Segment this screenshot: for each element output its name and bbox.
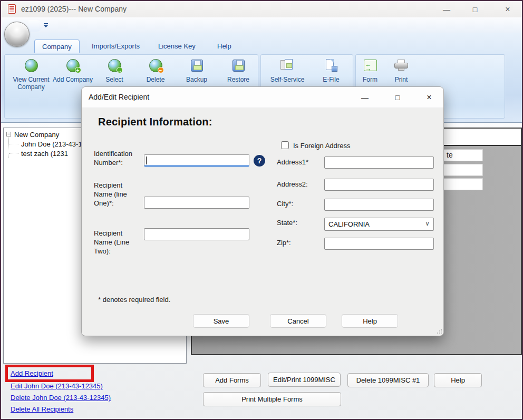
window-minimize-button[interactable]: — (438, 3, 456, 16)
dialog-close-button[interactable]: × (421, 91, 437, 104)
city-label: City*: (277, 199, 293, 208)
dialog-minimize-button[interactable]: — (357, 91, 373, 104)
help-dialog-button[interactable]: Help (342, 314, 398, 328)
floppy-disk-icon (233, 60, 245, 72)
delete-all-recipients-link[interactable]: Delete All Recipients (11, 405, 73, 413)
globe-icon (25, 59, 38, 72)
quick-access-toolbar (1, 17, 522, 33)
recipient-name-one-input[interactable] (144, 197, 249, 209)
print-multiple-forms-button[interactable]: Print Multiple Forms (203, 392, 341, 406)
tree-item-company[interactable]: New Company (14, 131, 59, 139)
tab-help[interactable]: Help (210, 40, 239, 53)
tab-company[interactable]: Company (34, 40, 80, 53)
identification-number-label: Identification Number*: (94, 149, 142, 167)
document-stack-icon (280, 59, 294, 72)
is-foreign-address-checkbox[interactable] (281, 141, 289, 149)
state-select[interactable]: CALIFORNIA ∨ (324, 218, 434, 231)
globe-select-icon: → (108, 59, 121, 72)
delete-1099misc-button[interactable]: Delete 1099MISC #1 (347, 373, 429, 387)
dialog-maximize-button[interactable]: □ (390, 91, 405, 104)
dialog-title: Add/Edit Recipient (89, 93, 149, 101)
title-bar: ez1099 (2025)--- New Company — □ × (1, 1, 522, 17)
delete-recipient-link[interactable]: Delete John Doe (213-43-12345) (11, 394, 111, 402)
recipient-information-heading: Recipient Information: (98, 116, 212, 128)
form-table-arrows-icon: ←→ (364, 60, 377, 71)
help-icon[interactable]: ? (254, 155, 265, 167)
tab-license-key[interactable]: License Key (151, 40, 203, 53)
city-input[interactable] (324, 199, 434, 211)
ribbon-button-backup[interactable]: Backup (176, 57, 217, 83)
globe-add-icon: + (66, 59, 80, 72)
dialog-title-bar: Add/Edit Recipient — □ × (82, 87, 443, 108)
recipient-name-two-input[interactable] (144, 228, 249, 240)
tab-imports-exports[interactable]: Imports/Exports (84, 40, 147, 53)
state-label: State*: (277, 218, 297, 227)
tree-collapse-toggle[interactable]: − (6, 132, 11, 136)
quick-access-tab-shape (28, 20, 42, 32)
edit-recipient-link[interactable]: Edit John Doe (213-43-12345) (11, 382, 103, 390)
ribbon-button-e-file[interactable]: E-File (311, 57, 352, 83)
ribbon-button-restore[interactable]: Restore (218, 57, 259, 83)
app-logo-icon (8, 4, 16, 14)
globe-delete-icon: − (149, 59, 162, 72)
ribbon-button-view-current-company[interactable]: View Current Company (11, 57, 52, 91)
ribbon-button-print[interactable]: Print (381, 57, 422, 83)
chevron-down-icon: ∨ (425, 220, 430, 227)
state-select-value: CALIFORNIA (328, 220, 370, 228)
tree-connector (9, 153, 18, 154)
floppy-disk-icon (191, 60, 203, 72)
recipient-name-one-label: Recipient Name (line One)*: (94, 181, 139, 208)
is-foreign-address-label: Is Foreign Address (293, 141, 350, 150)
window-maximize-button[interactable]: □ (466, 3, 484, 16)
printer-icon (394, 60, 408, 71)
window-title: ez1099 (2025)--- New Company (21, 5, 127, 13)
address1-label: Address1* (277, 158, 308, 167)
add-forms-button[interactable]: Add Forms (203, 373, 261, 387)
required-field-note: * denotes required field. (98, 296, 170, 304)
ribbon-button-select-company[interactable]: → Select (94, 57, 135, 83)
tree-connector (8, 138, 9, 158)
tree-item-recipient[interactable]: test zach (1231 (21, 150, 68, 158)
cancel-button[interactable]: Cancel (270, 314, 326, 328)
ribbon-button-add-company[interactable]: + Add Company (52, 57, 93, 83)
tree-connector (9, 144, 18, 144)
add-edit-recipient-dialog: Add/Edit Recipient — □ × Recipient Infor… (81, 86, 444, 336)
identification-number-input[interactable] (144, 154, 249, 167)
resize-grip[interactable] (437, 329, 442, 334)
help-button[interactable]: Help (434, 373, 482, 387)
ribbon-button-self-service[interactable]: Self-Service (266, 57, 309, 83)
text-caret (146, 157, 147, 164)
background-text-fragment: te (447, 151, 453, 159)
zip-input[interactable] (324, 238, 434, 250)
customize-quick-access-icon[interactable] (43, 23, 49, 28)
zip-label: Zip*: (277, 238, 291, 247)
app-window: ez1099 (2025)--- New Company — □ × Compa… (0, 0, 523, 420)
application-menu-orb[interactable] (4, 22, 30, 47)
ribbon-button-delete-company[interactable]: − Delete (135, 57, 176, 83)
add-recipient-link[interactable]: Add Recipient (11, 369, 53, 377)
address2-label: Address2: (277, 180, 308, 189)
edit-print-1099misc-button[interactable]: Edit/Print 1099MISC (268, 373, 341, 387)
window-close-button[interactable]: × (499, 3, 517, 16)
recipient-name-two-label: Recipient Name (Line Two): (94, 229, 139, 256)
address2-input[interactable] (324, 179, 434, 191)
save-button[interactable]: Save (193, 314, 249, 328)
address1-input[interactable] (324, 157, 434, 169)
document-efile-icon (325, 59, 337, 72)
